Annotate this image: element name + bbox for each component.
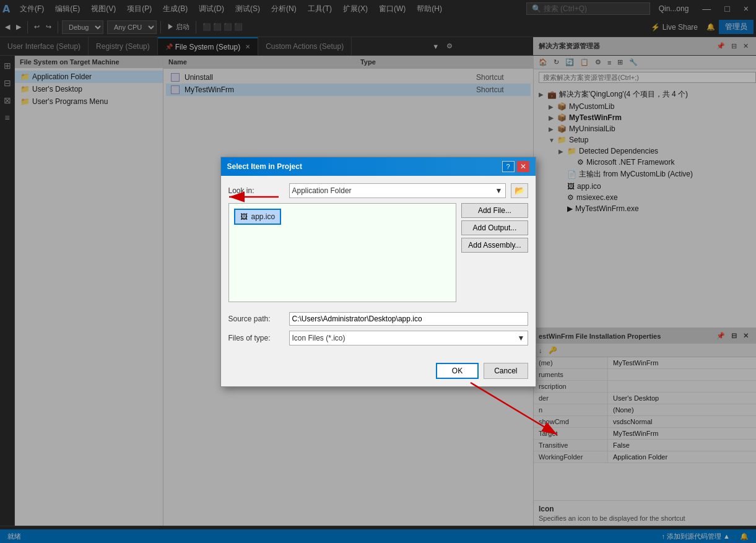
dialog-file-section: 🖼 app.ico Add File... Add Output... Add … [228, 203, 528, 307]
dialog-cancel-button[interactable]: Cancel [484, 363, 528, 379]
dialog-file-area[interactable]: 🖼 app.ico [228, 203, 457, 302]
dropdown-arrow-icon: ▼ [495, 186, 503, 195]
dialog-ok-button[interactable]: OK [436, 363, 479, 379]
dialog-folder-browse-button[interactable]: 📂 [511, 183, 528, 198]
dialog-lookin-row: Look in: Application Folder ▼ 📂 [228, 183, 528, 198]
dialog-filetype-dropdown[interactable]: Icon Files (*.ico) ▼ [289, 331, 528, 345]
dialog-filetype-label: Files of type: [228, 334, 284, 342]
dialog-filetype-value: Icon Files (*.ico) [292, 334, 345, 342]
dialog-sourcepath-row: Source path: [228, 312, 528, 326]
dialog-footer: OK Cancel [221, 358, 536, 386]
dialog-close-button[interactable]: ✕ [517, 161, 529, 172]
dialog-file-item-app-ico[interactable]: 🖼 app.ico [234, 209, 282, 225]
dialog-overlay: Select Item in Project ? ✕ Look in: Appl… [0, 0, 756, 543]
dialog-add-output-button[interactable]: Add Output... [461, 220, 528, 235]
dialog-lookin-value: Application Folder [292, 186, 352, 195]
dialog-controls: ? ✕ [502, 161, 529, 172]
dialog-lookin-label: Look in: [228, 186, 284, 195]
dialog-title: Select Item in Project [227, 162, 302, 171]
dialog-lookin-dropdown[interactable]: Application Folder ▼ [289, 183, 506, 198]
dialog-filetype-row: Files of type: Icon Files (*.ico) ▼ [228, 331, 528, 345]
dialog-sourcepath-label: Source path: [228, 315, 284, 323]
dialog-titlebar: Select Item in Project ? ✕ [221, 157, 536, 176]
dialog-body: Look in: Application Folder ▼ 📂 🖼 app.ic… [221, 176, 536, 358]
file-ico-icon: 🖼 [240, 212, 248, 221]
dialog-sourcepath-input[interactable] [289, 312, 528, 326]
dialog-add-assembly-button[interactable]: Add Assembly... [461, 238, 528, 253]
dialog-side-buttons: Add File... Add Output... Add Assembly..… [461, 203, 528, 307]
select-item-dialog: Select Item in Project ? ✕ Look in: Appl… [220, 157, 536, 387]
dialog-help-button[interactable]: ? [502, 161, 515, 172]
dialog-add-file-button[interactable]: Add File... [461, 203, 528, 218]
dialog-file-item-label: app.ico [251, 212, 276, 221]
filetype-dropdown-arrow-icon: ▼ [518, 334, 525, 342]
